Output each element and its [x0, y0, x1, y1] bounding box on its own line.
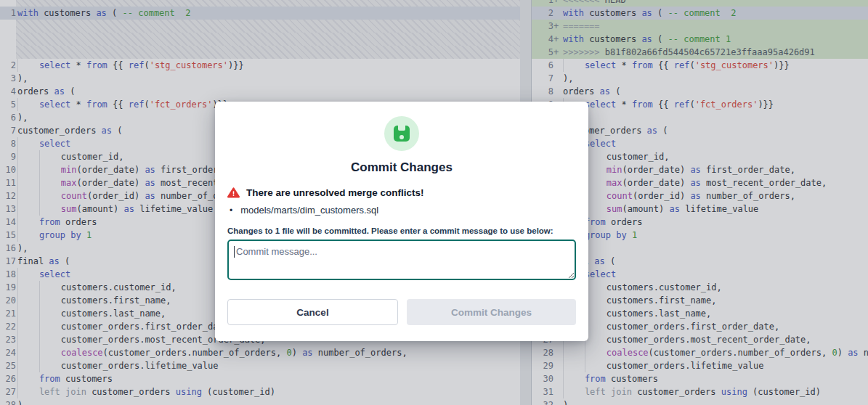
- cancel-button[interactable]: Cancel: [227, 299, 398, 325]
- text-cursor: [234, 246, 235, 258]
- warning-text: There are unresolved merge conflicts!: [246, 187, 424, 198]
- conflict-file-item: • models/marts/dim_customers.sql: [227, 205, 576, 216]
- commit-message-input[interactable]: [227, 240, 576, 280]
- warning-icon: [227, 187, 240, 198]
- modal-title: Commit Changes: [227, 160, 576, 175]
- commit-changes-button[interactable]: Commit Changes: [407, 299, 576, 325]
- save-icon: [384, 116, 419, 151]
- conflict-file-name: models/marts/dim_customers.sql: [240, 205, 378, 216]
- commit-changes-modal: Commit Changes There are unresolved merg…: [215, 102, 588, 341]
- bullet-icon: •: [230, 205, 232, 216]
- commit-instruction: Changes to 1 file will be committed. Ple…: [227, 226, 576, 235]
- merge-conflict-warning: There are unresolved merge conflicts!: [227, 187, 576, 198]
